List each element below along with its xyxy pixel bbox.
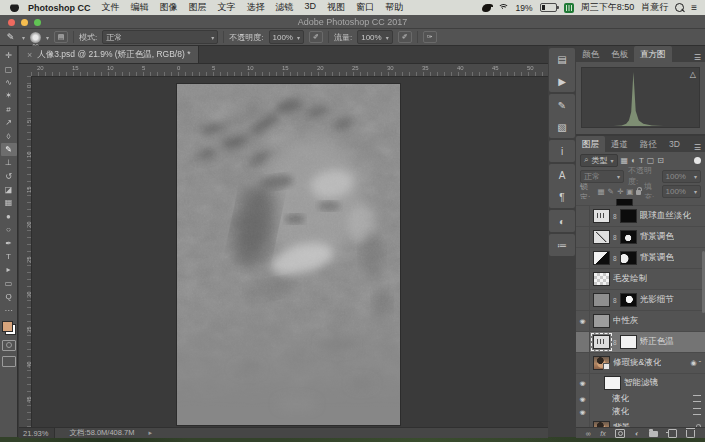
layer-visibility-toggle[interactable]: [576, 332, 590, 352]
spotlight-search-icon[interactable]: [675, 3, 684, 12]
layers-tab-2[interactable]: 路径: [634, 136, 663, 152]
layer-row-5[interactable]: 8光影细节: [576, 290, 705, 311]
panel-tab-2[interactable]: 直方图: [634, 46, 672, 62]
layer-mask-thumbnail[interactable]: [620, 209, 637, 223]
layer-fill-select[interactable]: 100% ▾: [662, 185, 701, 198]
layer-row-partial[interactable]: [576, 199, 705, 206]
menubar-user-name[interactable]: 肖意行: [641, 1, 668, 14]
lock-position-icon[interactable]: ✛: [617, 187, 623, 196]
histogram-cache-warning-icon[interactable]: △: [690, 71, 696, 79]
panel-tab-0[interactable]: 颜色: [576, 46, 605, 62]
layers-tab-menu-icon[interactable]: ☰: [694, 143, 701, 152]
menubar-item-1[interactable]: 编辑: [131, 1, 149, 14]
move-tool[interactable]: ✛: [1, 49, 17, 62]
layer-visibility-toggle[interactable]: ◉: [576, 405, 590, 418]
blend-mode-select[interactable]: 正常 ▾: [102, 30, 218, 44]
opacity-select[interactable]: 100% ▾: [269, 30, 304, 44]
lock-all-icon[interactable]: [636, 190, 641, 195]
layer-thumbnail[interactable]: [593, 230, 610, 244]
filter-smart-object-icon[interactable]: ⊡: [657, 156, 664, 165]
shape-tool[interactable]: ▭: [1, 277, 17, 290]
brush-tool-preset-icon[interactable]: ✎: [4, 32, 17, 43]
layer-row-4[interactable]: 毛发绘制: [576, 269, 705, 290]
quick-mask-button[interactable]: [2, 340, 16, 351]
link-layers-icon[interactable]: ∞: [586, 429, 591, 438]
libraries-panel-icon[interactable]: ▤: [549, 48, 575, 70]
screen-mode-button[interactable]: [2, 356, 16, 367]
magic-wand-tool[interactable]: ✶: [1, 89, 17, 102]
lock-transparency-icon[interactable]: ▦: [597, 187, 604, 196]
tab-close-icon[interactable]: ×: [27, 50, 32, 60]
menubar-item-0[interactable]: 文件: [102, 1, 120, 14]
layer-thumbnail[interactable]: [593, 251, 610, 265]
layer-thumbnail[interactable]: [593, 314, 610, 328]
zoom-tool[interactable]: Q: [1, 290, 17, 303]
layers-tab-0[interactable]: 图层: [576, 136, 605, 152]
layer-thumbnail[interactable]: [593, 272, 610, 286]
apple-menu-icon[interactable]: [10, 3, 19, 12]
delete-layer-icon[interactable]: [686, 430, 695, 438]
status-options-chevron-icon[interactable]: ▸: [148, 429, 152, 437]
character-panel-icon[interactable]: A: [549, 164, 575, 186]
layer-visibility-toggle[interactable]: [576, 269, 590, 289]
canvas-image[interactable]: [177, 84, 400, 425]
gradient-tool[interactable]: ▦: [1, 196, 17, 209]
menubar-item-7[interactable]: 3D: [305, 1, 317, 14]
layer-thumbnail[interactable]: [593, 293, 610, 307]
paragraph-panel-icon[interactable]: ¶: [549, 186, 575, 208]
document-tab[interactable]: × 人像3.psd @ 21.9% (矫正色温, RGB/8) *: [19, 46, 199, 63]
layer-visibility-toggle[interactable]: [576, 248, 590, 268]
layer-mask-thumbnail[interactable]: [620, 335, 637, 349]
layer-row-8[interactable]: 修瑕疵&液化◉ˆ: [576, 353, 705, 374]
actions-panel-icon[interactable]: ▶: [549, 70, 575, 92]
brush-preview-icon[interactable]: 90: [30, 32, 41, 43]
layer-visibility-toggle[interactable]: [576, 206, 590, 226]
adjustments-panel-icon[interactable]: ◐: [549, 210, 575, 232]
new-group-icon[interactable]: [649, 431, 658, 437]
eyedropper-tool[interactable]: ↗: [1, 116, 17, 129]
layer-row-2[interactable]: 8背景调色: [576, 227, 705, 248]
layer-visibility-toggle[interactable]: ◉: [576, 374, 590, 392]
layer-opacity-select[interactable]: 100% ▾: [662, 170, 701, 183]
layer-row-6[interactable]: ◉中性灰: [576, 311, 705, 332]
layer-mask-thumbnail[interactable]: [620, 230, 637, 244]
flow-select[interactable]: 100% ▾: [357, 30, 392, 44]
new-adjustment-layer-icon[interactable]: ◐: [635, 429, 639, 438]
menubar-item-10[interactable]: 帮助: [385, 1, 403, 14]
layer-thumbnail[interactable]: [593, 335, 610, 349]
filter-blend-options-icon[interactable]: [693, 408, 701, 415]
layer-visibility-toggle[interactable]: [576, 227, 590, 247]
lasso-tool[interactable]: ∿: [1, 76, 17, 89]
layers-tab-3[interactable]: 3D: [663, 136, 686, 152]
new-layer-icon[interactable]: [668, 429, 677, 438]
collapse-chevron-icon[interactable]: ˆ: [699, 360, 701, 367]
menubar-item-4[interactable]: 文字: [218, 1, 236, 14]
filter-shape-layers-icon[interactable]: ▢: [647, 156, 655, 165]
battery-icon[interactable]: [540, 3, 557, 12]
layer-visibility-toggle[interactable]: ◉: [576, 392, 590, 405]
layer-mask-thumbnail[interactable]: [620, 293, 637, 307]
eraser-tool[interactable]: ◪: [1, 183, 17, 196]
clone-stamp-tool[interactable]: ⊥: [1, 156, 17, 169]
calendar-app-icon[interactable]: [564, 3, 574, 13]
layer-row-11[interactable]: ◉液化: [576, 405, 705, 418]
menubar-item-5[interactable]: 选择: [247, 1, 265, 14]
layer-row-3[interactable]: 8背景调色: [576, 248, 705, 269]
filter-type-layers-icon[interactable]: T: [639, 156, 644, 165]
menubar-item-2[interactable]: 图像: [160, 1, 178, 14]
canvas-workspace[interactable]: 201510505101520253035404550 051015202530…: [19, 64, 548, 427]
layer-visibility-toggle[interactable]: [576, 418, 590, 427]
wifi-icon[interactable]: [498, 4, 509, 12]
healing-brush-tool[interactable]: ◊: [1, 129, 17, 142]
menubar-item-9[interactable]: 窗口: [356, 1, 374, 14]
edit-toolbar[interactable]: ⋯: [1, 303, 17, 316]
brush-settings-panel-icon[interactable]: ✎: [549, 94, 575, 116]
pen-tool[interactable]: ✒: [1, 236, 17, 249]
filter-blend-options-icon[interactable]: [693, 395, 701, 402]
layer-row-7[interactable]: 8矫正色温: [576, 332, 705, 353]
smoothing-icon[interactable]: ✑: [423, 31, 437, 43]
type-tool[interactable]: T: [1, 250, 17, 263]
layer-row-9[interactable]: ◉智能滤镜: [576, 374, 705, 392]
menubar-item-6[interactable]: 滤镜: [276, 1, 294, 14]
menubar-item-3[interactable]: 图层: [189, 1, 207, 14]
